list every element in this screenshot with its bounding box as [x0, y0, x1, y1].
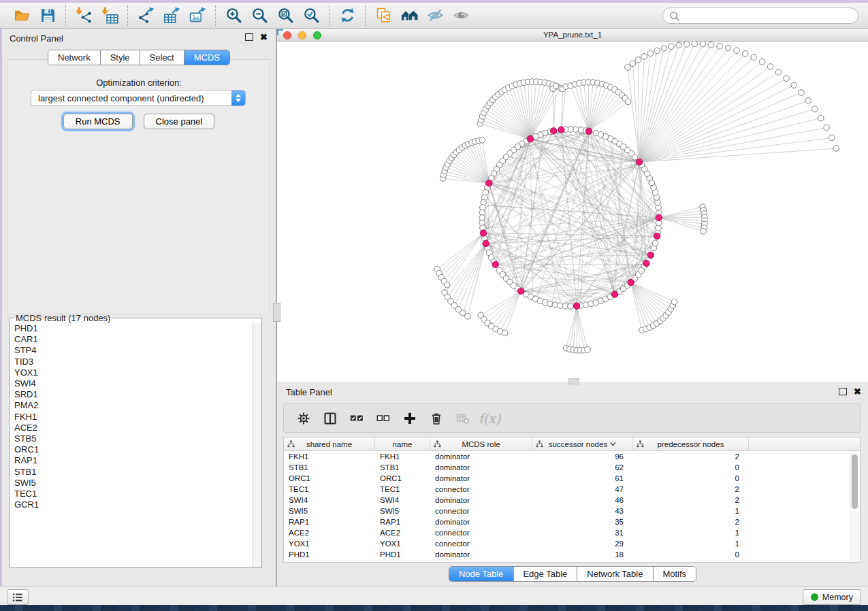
graph-mcds-node[interactable]: [628, 279, 634, 285]
graph-mcds-node[interactable]: [585, 128, 592, 134]
float-panel-icon[interactable]: [839, 388, 847, 395]
status-menu-button[interactable]: [7, 589, 29, 605]
clear-all-checkboxes-icon[interactable]: [375, 410, 391, 427]
add-column-icon[interactable]: [402, 410, 418, 427]
graph-mcds-node[interactable]: [643, 260, 649, 266]
graph-mcds-node[interactable]: [636, 159, 642, 165]
graph-mcds-node[interactable]: [550, 128, 556, 134]
graph-node[interactable]: [652, 240, 658, 246]
zoom-in-icon[interactable]: [223, 5, 244, 26]
graph-node[interactable]: [641, 54, 647, 60]
mcds-result-item[interactable]: PHD1: [10, 323, 261, 334]
graph-mcds-node[interactable]: [656, 214, 662, 220]
tab-mcds[interactable]: MCDS: [184, 50, 229, 65]
table-row-FKH1[interactable]: FKH1FKH1dominator962: [284, 451, 860, 462]
graph-node[interactable]: [742, 50, 748, 56]
graph-node[interactable]: [654, 48, 660, 54]
tab-network[interactable]: Network: [48, 50, 100, 65]
zoom-out-icon[interactable]: [249, 5, 270, 26]
table-row-SWI5[interactable]: SWI5SWI5connector431: [284, 506, 860, 516]
table-row-RAP1[interactable]: RAP1RAP1dominator352: [284, 516, 860, 527]
open-session-icon[interactable]: [12, 5, 32, 26]
settings-icon[interactable]: [295, 410, 312, 427]
table-row-ORC1[interactable]: ORC1ORC1dominator610: [284, 473, 860, 484]
mcds-result-item[interactable]: YOX1: [10, 367, 261, 378]
delete-column-icon[interactable]: [428, 410, 445, 427]
graph-mcds-node[interactable]: [647, 252, 654, 258]
column-header-shared-name[interactable]: shared name: [284, 437, 375, 450]
graph-mcds-node[interactable]: [483, 240, 489, 246]
graph-node[interactable]: [700, 42, 706, 47]
houses-icon[interactable]: [399, 5, 419, 26]
graph-node[interactable]: [759, 59, 765, 65]
graph-node[interactable]: [479, 137, 485, 144]
graph-node[interactable]: [647, 50, 654, 56]
refresh-view-icon[interactable]: [337, 5, 357, 26]
graph-node[interactable]: [767, 64, 773, 70]
optimization-criterion-select[interactable]: largest connected component (undirected): [31, 90, 246, 106]
tab-edge-table[interactable]: Edge Table: [513, 567, 577, 581]
graph-node[interactable]: [630, 61, 636, 67]
table-scrollbar-thumb[interactable]: [852, 455, 858, 509]
column-header-name[interactable]: name: [375, 437, 430, 450]
eye-slash-icon[interactable]: [425, 5, 445, 26]
graph-node[interactable]: [829, 135, 835, 141]
window-minimize-icon[interactable]: [298, 31, 306, 39]
graph-node[interactable]: [751, 54, 757, 61]
graph-mcds-node[interactable]: [527, 135, 533, 142]
zoom-selected-icon[interactable]: [301, 5, 321, 26]
graph-node[interactable]: [465, 313, 471, 319]
mcds-result-item[interactable]: STB5: [10, 433, 261, 444]
network-canvas[interactable]: [277, 42, 868, 382]
graph-mcds-node[interactable]: [558, 127, 564, 133]
mcds-result-item[interactable]: PMA2: [10, 400, 261, 411]
column-header-predecessor-nodes[interactable]: predecessor nodes: [633, 437, 749, 450]
graph-mcds-node[interactable]: [611, 291, 617, 297]
mcds-result-item[interactable]: FKH1: [10, 412, 261, 423]
mcds-result-item[interactable]: SRD1: [10, 389, 261, 400]
window-close-icon[interactable]: [283, 31, 291, 39]
import-network-icon[interactable]: [74, 5, 94, 26]
column-header-successor-nodes[interactable]: successor nodes: [532, 437, 633, 450]
search-box[interactable]: [662, 7, 858, 24]
copy-documents-icon[interactable]: [373, 5, 393, 26]
column-header-MCDS-role[interactable]: MCDS role: [430, 437, 532, 450]
graph-node[interactable]: [444, 282, 450, 288]
mcds-result-item[interactable]: SWI4: [10, 378, 261, 389]
mcds-list-scrollbar[interactable]: [252, 323, 261, 567]
mcds-result-item[interactable]: STB1: [10, 467, 261, 478]
search-input[interactable]: [683, 9, 858, 22]
graph-node[interactable]: [812, 106, 818, 112]
graph-node[interactable]: [502, 330, 508, 336]
mcds-result-item[interactable]: GCR1: [10, 499, 261, 510]
mcds-result-item[interactable]: SWI5: [10, 478, 261, 489]
table-row-YOX1[interactable]: YOX1YOX1connector291: [284, 538, 860, 549]
graph-node[interactable]: [791, 82, 797, 88]
graph-node[interactable]: [725, 45, 731, 51]
split-panel-icon[interactable]: [322, 410, 338, 427]
import-table-icon[interactable]: [99, 5, 120, 26]
tab-motifs[interactable]: Motifs: [652, 567, 696, 581]
tab-select[interactable]: Select: [140, 50, 184, 65]
mcds-result-item[interactable]: TID3: [10, 357, 261, 367]
graph-node[interactable]: [669, 44, 675, 50]
graph-node[interactable]: [717, 43, 723, 49]
table-row-SWI4[interactable]: SWI4SWI4dominator462: [284, 495, 860, 506]
save-session-icon[interactable]: [37, 5, 58, 26]
graph-node[interactable]: [818, 115, 824, 121]
graph-node[interactable]: [833, 146, 839, 152]
graph-node[interactable]: [701, 229, 707, 235]
graph-mcds-node[interactable]: [518, 288, 524, 294]
mcds-result-item[interactable]: TEC1: [10, 489, 261, 499]
zoom-fit-icon[interactable]: [275, 5, 295, 26]
export-table-icon[interactable]: [161, 5, 182, 26]
table-row-ACE2[interactable]: ACE2ACE2connector311: [284, 527, 860, 538]
table-scrollbar[interactable]: [850, 451, 859, 562]
close-panel-icon[interactable]: ✖: [260, 34, 268, 41]
graph-node[interactable]: [784, 76, 790, 82]
mcds-result-item[interactable]: RAP1: [10, 455, 261, 466]
horizontal-splitter-handle[interactable]: [568, 378, 579, 384]
graph-node[interactable]: [553, 83, 559, 89]
float-panel-icon[interactable]: [245, 33, 253, 41]
graph-mcds-node[interactable]: [573, 303, 579, 309]
